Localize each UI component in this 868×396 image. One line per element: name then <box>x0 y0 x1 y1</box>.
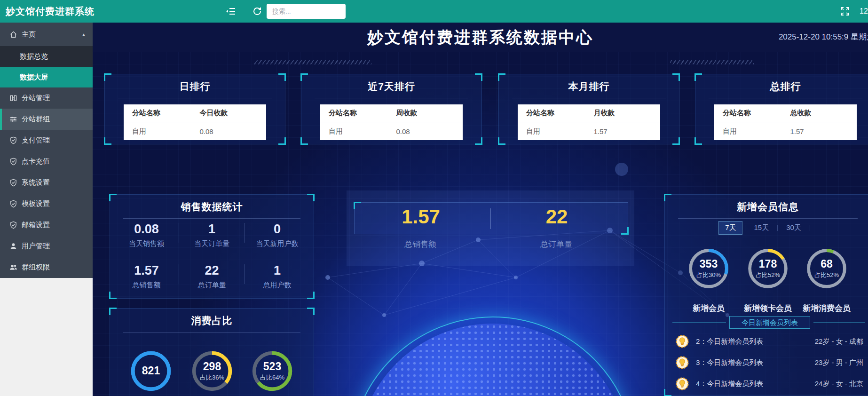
sidebar-item-label: 用户管理 <box>22 242 50 251</box>
tab-7-days[interactable]: 7天 <box>718 221 742 235</box>
card-month-ranking: 本月排行 分站名称 月收款 自用 1.57 <box>498 74 679 144</box>
table-row: 自用 1.57 <box>714 122 857 140</box>
card-total-ranking: 总排行 分站名称 总收款 自用 1.57 <box>695 74 868 144</box>
sidebar-item-substation-mgmt[interactable]: 分站管理 <box>0 87 93 109</box>
ranking-table: 分站名称 月收款 自用 1.57 <box>518 104 660 140</box>
app-title: 妙文馆付费进群系统 <box>6 0 95 23</box>
total-orders-value: 22 <box>546 206 568 228</box>
total-sales-value: 1.57 <box>402 206 440 228</box>
cell-site-name: 自用 <box>320 127 392 136</box>
donut-sub: 占比52% <box>756 271 780 279</box>
corner-decoration <box>664 389 671 396</box>
divider <box>118 98 272 98</box>
sidebar-item-label: 群组权限 <box>22 263 50 272</box>
corner-decoration <box>621 227 629 235</box>
search-input[interactable] <box>267 4 346 19</box>
cell-site-name: 自用 <box>714 127 786 136</box>
divider <box>123 218 300 219</box>
stat-label: 总用户数 <box>245 281 310 290</box>
donut-value: 68 <box>821 258 833 270</box>
sidebar-item-card-recharge[interactable]: 点卡充值 <box>0 151 93 172</box>
corner-decoration <box>109 292 117 299</box>
table-header: 分站名称 总收款 <box>714 104 857 122</box>
fullscreen-icon[interactable] <box>840 6 850 16</box>
divider <box>709 98 862 98</box>
bulb-icon <box>675 356 689 370</box>
dashboard-title: 妙文馆付费进群系统数据中心 <box>93 23 868 52</box>
sidebar-item-label: 主页 <box>22 30 36 39</box>
table-row: 自用 0.08 <box>320 122 463 140</box>
sidebar-item-system-settings[interactable]: 系统设置 <box>0 172 93 193</box>
stat-today-new-users: 0 当天新用户数 <box>245 220 310 250</box>
cell-amount: 1.57 <box>786 127 857 135</box>
stat-today-sales: 0.08 当天销售额 <box>114 220 179 250</box>
table-header: 分站名称 月收款 <box>518 104 660 122</box>
sidebar-item-label: 系统设置 <box>22 178 50 187</box>
sidebar-empty-area <box>0 278 93 396</box>
divider <box>672 322 726 323</box>
refresh-icon[interactable] <box>252 6 262 16</box>
total-orders-label: 总订单量 <box>540 239 572 250</box>
sidebar-item-group-permissions[interactable]: 群组权限 <box>0 257 93 278</box>
today-members-list-button[interactable]: 今日新增会员列表 <box>729 316 810 329</box>
table-row: 自用 1.57 <box>518 122 660 140</box>
panel-sales-stats: 销售数据统计 0.08 当天销售额 1 当天订单量 0 当天新用户数 1.57 … <box>110 194 314 299</box>
users-icon <box>9 263 17 271</box>
sidebar: 主页 ▲ 数据总览 数据大屏 分站管理 分站群组 支付管理 <box>0 23 93 278</box>
member-list-item: 2：今日新增会员列表 22岁 - 女 - 成都 <box>675 333 863 349</box>
donut-chart: 523占比64% <box>250 348 295 394</box>
column-header: 分站名称 <box>124 109 195 118</box>
stat-value: 1.57 <box>114 263 179 278</box>
donut-label: 新增领卡会员 <box>744 303 792 314</box>
stat-total-sales: 1.57 总销售额 <box>114 261 179 292</box>
divider <box>490 208 491 229</box>
sliders-icon <box>9 115 17 123</box>
tab-30-days[interactable]: 30天 <box>780 222 807 234</box>
sidebar-item-template-settings[interactable]: 模板设置 <box>0 193 93 214</box>
sidebar-item-data-overview[interactable]: 数据总览 <box>0 46 93 67</box>
donut-chart: 353占比30% <box>686 246 731 291</box>
cell-amount: 0.08 <box>195 127 267 135</box>
sidebar-item-label: 分站群组 <box>22 115 50 124</box>
column-header: 周收款 <box>392 109 463 118</box>
member-info: 23岁 - 男 - 广州 <box>815 358 863 367</box>
donut-sub: 占比36% <box>200 373 224 382</box>
topbar-username[interactable]: 123 <box>860 0 868 23</box>
bulb-icon <box>675 377 689 391</box>
dashboard-header: 妙文馆付费进群系统数据中心 2025-12-20 10:55:9 星期六 <box>93 23 868 52</box>
sidebar-item-label: 点卡充值 <box>22 157 50 166</box>
menu-toggle-icon[interactable] <box>226 6 236 16</box>
chevron-up-icon: ▲ <box>81 32 86 37</box>
divider <box>123 332 300 333</box>
stat-total-users: 1 总用户数 <box>245 261 310 292</box>
donut-chart: 178占比52% <box>745 246 790 291</box>
topbar: 妙文馆付费进群系统 123 <box>0 0 868 23</box>
table-row: 自用 0.08 <box>124 122 266 140</box>
total-sales-label: 总销售额 <box>404 239 436 250</box>
column-header: 总收款 <box>786 109 857 118</box>
stat-total-orders: 22 总订单量 <box>179 261 245 292</box>
sidebar-item-email-settings[interactable]: 邮箱设置 <box>0 214 93 236</box>
member-info: 22岁 - 女 - 成都 <box>815 337 863 346</box>
donut-chart: 298占比36% <box>189 348 235 394</box>
divider <box>678 218 858 219</box>
panel-new-members: 新增会员信息 7天 15天 30天 353占比30% 178占比52% 68占比… <box>664 194 868 396</box>
sidebar-item-user-mgmt[interactable]: 用户管理 <box>0 236 93 257</box>
corner-decoration <box>498 137 505 145</box>
sidebar-item-payment-mgmt[interactable]: 支付管理 <box>0 130 93 151</box>
divider <box>810 225 810 231</box>
sidebar-item-data-screen[interactable]: 数据大屏 <box>0 67 93 87</box>
sidebar-item-home[interactable]: 主页 ▲ <box>0 23 93 46</box>
donut-sub: 占比64% <box>260 373 284 382</box>
member-name: 3：今日新增会员列表 <box>696 358 763 367</box>
card-title: 本月排行 <box>499 74 679 93</box>
member-list-item: 3：今日新增会员列表 23岁 - 男 - 广州 <box>675 355 863 371</box>
cell-amount: 1.57 <box>589 127 661 135</box>
divider <box>512 98 666 98</box>
sidebar-item-substation-groups[interactable]: 分站群组 <box>0 109 93 130</box>
sidebar-item-label: 模板设置 <box>22 199 50 208</box>
stat-value: 1 <box>179 222 245 237</box>
column-header: 分站名称 <box>714 109 786 118</box>
tab-15-days[interactable]: 15天 <box>748 222 775 234</box>
donut-value: 523 <box>263 360 281 373</box>
